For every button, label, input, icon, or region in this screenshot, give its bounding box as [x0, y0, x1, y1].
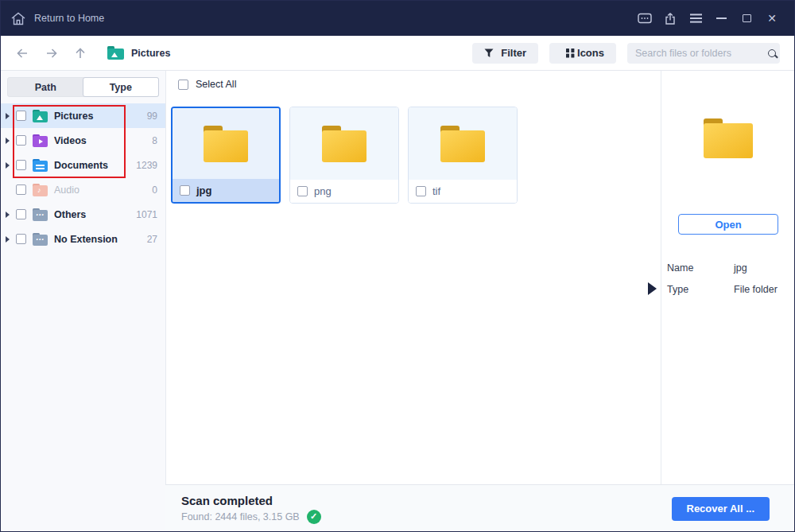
sidebar-item-count: 1071 [136, 209, 165, 220]
search-icon[interactable] [768, 49, 776, 57]
up-icon [74, 46, 87, 60]
tab-type[interactable]: Type [83, 77, 160, 97]
folder-card-footer: tif [409, 180, 517, 203]
file-type-tree: Pictures 99 Videos 8 Documents 1239 [1, 103, 165, 251]
property-value: File folder [734, 284, 778, 295]
folder-icon [204, 126, 248, 162]
share-icon [664, 12, 677, 25]
property-row-type: Type File folder [661, 284, 795, 295]
expand-arrow-icon[interactable] [6, 113, 10, 119]
sidebar-item-no-extension[interactable]: No Extension 27 [1, 227, 165, 251]
sidebar-item-label: Audio [54, 184, 80, 196]
tab-path[interactable]: Path [8, 78, 83, 96]
file-properties: Name jpg Type File folder [661, 262, 795, 295]
jpg-checkbox[interactable] [180, 185, 190, 196]
sidebar-item-count: 99 [147, 111, 165, 122]
sidebar-item-label: Others [54, 209, 86, 220]
sidebar-item-count: 0 [152, 184, 165, 196]
sidebar-item-audio[interactable]: Audio 0 [1, 177, 165, 202]
expand-arrow-icon[interactable] [6, 236, 10, 243]
others-checkbox[interactable] [16, 209, 26, 219]
scan-status: Scan completed Found: 2444 files, 3.15 G… [181, 494, 321, 524]
search-box [627, 43, 780, 64]
app-window: Return to Home [0, 0, 795, 532]
videos-checkbox[interactable] [16, 135, 26, 146]
property-row-name: Name jpg [661, 262, 795, 274]
icons-view-button[interactable]: Icons [549, 43, 616, 64]
folder-card-footer: png [290, 180, 398, 203]
folder-thumbnail [290, 107, 398, 180]
back-button[interactable] [15, 47, 29, 60]
pictures-folder-icon [107, 46, 124, 60]
sidebar-item-label: Videos [54, 135, 87, 146]
minimize-button[interactable] [708, 6, 734, 30]
breadcrumb-label: Pictures [131, 48, 170, 59]
folder-name: jpg [196, 184, 212, 196]
sidebar-item-count: 1239 [136, 160, 165, 171]
select-all-checkbox[interactable] [178, 80, 188, 90]
scan-status-title: Scan completed [181, 494, 321, 507]
filter-icon [484, 49, 494, 58]
title-bar: Return to Home [1, 1, 794, 36]
maximize-button[interactable] [734, 6, 759, 30]
return-home-button[interactable]: Return to Home [10, 11, 104, 26]
menu-button[interactable] [683, 6, 708, 30]
recover-all-button[interactable]: Recover All ... [672, 497, 770, 521]
videos-folder-icon [33, 134, 48, 147]
forward-button[interactable] [45, 47, 59, 60]
expand-arrow-icon[interactable] [6, 212, 10, 218]
menu-icon [690, 17, 702, 19]
sidebar-item-label: No Extension [54, 234, 118, 245]
audio-checkbox[interactable] [16, 184, 26, 195]
documents-checkbox[interactable] [16, 160, 26, 170]
sidebar-item-others[interactable]: Others 1071 [1, 202, 165, 227]
no-extension-checkbox[interactable] [16, 234, 26, 244]
icons-view-label: Icons [577, 47, 604, 59]
feedback-button[interactable] [632, 6, 657, 30]
property-label: Name [667, 262, 734, 274]
property-value: jpg [734, 262, 747, 274]
folder-card-footer: jpg [173, 179, 279, 202]
file-grid-area: Select All jpg png [166, 71, 661, 484]
folder-card-jpg[interactable]: jpg [171, 107, 281, 204]
sidebar-item-label: Documents [54, 160, 108, 171]
up-button[interactable] [74, 46, 87, 60]
feedback-icon [638, 13, 652, 25]
select-all-row: Select All [178, 79, 661, 90]
no-extension-folder-icon [33, 233, 48, 246]
status-bar: Scan completed Found: 2444 files, 3.15 G… [165, 484, 794, 532]
sidebar-item-pictures[interactable]: Pictures 99 [1, 103, 165, 128]
folder-icon [440, 126, 485, 162]
expand-arrow-icon[interactable] [6, 138, 10, 144]
tif-checkbox[interactable] [416, 186, 426, 196]
minimize-icon [716, 17, 727, 19]
folder-icon [322, 126, 366, 162]
expand-arrow-icon[interactable] [6, 162, 10, 169]
sidebar-item-videos[interactable]: Videos 8 [1, 128, 165, 153]
sidebar: Path Type Pictures 99 Videos 8 [1, 71, 165, 532]
window-controls: ✕ [632, 6, 785, 30]
scan-found-text: Found: 2444 files, 3.15 GB [181, 511, 300, 522]
close-button[interactable]: ✕ [759, 6, 785, 30]
folder-card-png[interactable]: png [289, 107, 399, 204]
folder-card-tif[interactable]: tif [408, 107, 518, 204]
png-checkbox[interactable] [297, 186, 308, 196]
pictures-checkbox[interactable] [16, 111, 26, 121]
documents-folder-icon [33, 159, 48, 172]
filter-label: Filter [501, 47, 526, 59]
search-input[interactable] [635, 48, 763, 59]
others-folder-icon [33, 208, 48, 221]
property-label: Type [667, 284, 734, 295]
sidebar-item-documents[interactable]: Documents 1239 [1, 153, 165, 177]
filter-button[interactable]: Filter [472, 43, 538, 64]
panel-collapse-arrow-icon[interactable] [648, 282, 657, 295]
share-button[interactable] [657, 6, 683, 30]
sidebar-divider [165, 71, 166, 484]
back-icon [15, 47, 29, 60]
folder-cards: jpg png tif [171, 107, 661, 204]
select-all-label: Select All [196, 79, 236, 90]
audio-folder-icon [33, 184, 48, 196]
open-button[interactable]: Open [678, 214, 778, 235]
check-circle-icon: ✓ [307, 510, 321, 524]
sidebar-item-count: 8 [152, 135, 165, 146]
